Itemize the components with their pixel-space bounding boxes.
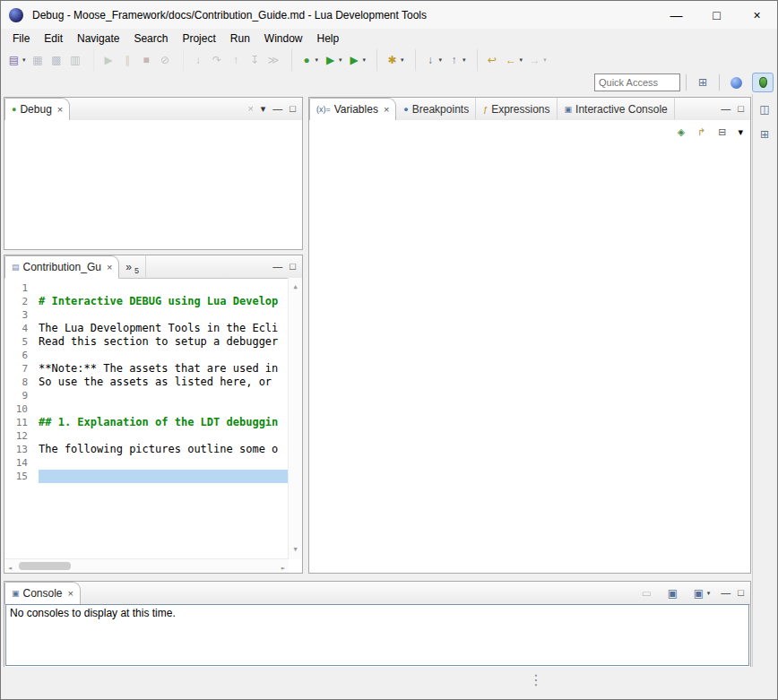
search-icon[interactable]: ✱ ▾ — [376, 48, 406, 72]
dropdown-arrow-icon[interactable]: ▾ — [543, 56, 547, 64]
close-tab-icon[interactable]: × — [107, 262, 112, 272]
menu-file[interactable]: File — [5, 30, 37, 47]
editor-line[interactable]: 11 ## 1. Explanation of the LDT debuggin — [4, 416, 289, 429]
line-number[interactable]: 1 — [4, 281, 39, 295]
layout-restore-icon[interactable]: ◫ — [756, 101, 773, 117]
tab-interactive-console[interactable]: ▣ Interactive Console — [558, 98, 675, 120]
close-tab-icon[interactable]: × — [57, 104, 63, 115]
editor-line[interactable]: 5 Read this section to setup a debugger — [4, 335, 289, 349]
line-number[interactable]: 6 — [4, 349, 39, 362]
editor-line[interactable]: 14 — [4, 456, 289, 470]
maximize-view-icon[interactable]: □ — [738, 588, 744, 598]
tab-debug[interactable]: ● Debug × — [4, 98, 70, 121]
external-tools-icon[interactable]: ▶ ▾ — [346, 48, 368, 72]
menu-help[interactable]: Help — [310, 30, 347, 47]
next-annotation-icon[interactable]: ↓ ▾ — [415, 48, 445, 72]
editor-line[interactable]: 2 # Interactive DEBUG using Lua Develop — [4, 295, 289, 308]
editor-overflow-tab[interactable]: » 5 — [119, 255, 146, 278]
line-number[interactable]: 7 — [4, 362, 39, 376]
menu-window[interactable]: Window — [257, 30, 310, 47]
minimize-button[interactable]: — — [656, 1, 696, 29]
show-logical-structures-icon[interactable]: ◈ — [674, 125, 687, 139]
back-icon[interactable]: ← ▾ — [503, 48, 525, 72]
scrollbar-thumb[interactable] — [19, 562, 71, 570]
line-number[interactable]: 2 — [4, 295, 39, 308]
editor-line[interactable]: 4 The Lua Development Tools in the Ecli — [4, 322, 289, 335]
dropdown-arrow-icon[interactable]: ▾ — [339, 56, 342, 64]
maximize-button[interactable]: □ — [696, 1, 737, 29]
minimize-view-icon[interactable]: — — [721, 588, 730, 598]
dropdown-arrow-icon[interactable]: ▾ — [462, 56, 466, 64]
editor-content[interactable]: 1 2 # Interactive DEBUG using Lua Develo… — [4, 278, 302, 573]
view-menu-icon[interactable]: ▾ — [738, 127, 743, 137]
use-step-filters-icon[interactable]: ≫ — [265, 48, 282, 72]
add-watch-expression-icon[interactable]: ↱ — [695, 125, 708, 139]
drag-handle-icon[interactable]: ⋮ — [529, 671, 543, 688]
save-all-icon[interactable]: ▩ — [48, 48, 65, 72]
scroll-down-icon[interactable]: ▼ — [289, 543, 302, 557]
open-perspective-button[interactable]: ⊞ — [692, 73, 713, 92]
dropdown-arrow-icon[interactable]: ▾ — [22, 56, 26, 64]
editor-line[interactable]: 6 — [4, 349, 289, 362]
line-number[interactable]: 13 — [4, 443, 39, 456]
minimize-view-icon[interactable]: — — [721, 104, 730, 114]
run-icon[interactable]: ▶ ▾ — [322, 48, 344, 72]
dropdown-arrow-icon[interactable]: ▾ — [520, 56, 523, 64]
print-icon[interactable]: ▥ — [67, 48, 84, 72]
menu-run[interactable]: Run — [223, 30, 257, 47]
maximize-view-icon[interactable]: □ — [290, 104, 296, 114]
line-number[interactable]: 12 — [4, 429, 39, 443]
remove-all-terminated-icon[interactable]: × — [247, 104, 253, 114]
editor-line[interactable]: 12 — [4, 429, 289, 443]
debug-icon[interactable]: ● ▾ — [291, 48, 321, 72]
line-number[interactable]: 14 — [4, 456, 39, 470]
scroll-up-icon[interactable]: ▲ — [289, 281, 302, 294]
editor-vertical-scrollbar[interactable]: ▲ ▼ — [288, 278, 302, 559]
tab-contribution-guide[interactable]: ▤ Contribution_Gu × — [4, 255, 119, 279]
menu-search[interactable]: Search — [126, 30, 175, 47]
editor-line[interactable]: 13 The following pictures outline some o — [4, 443, 289, 456]
line-number[interactable]: 8 — [4, 376, 39, 389]
dropdown-arrow-icon[interactable]: ▾ — [401, 56, 404, 64]
view-menu-icon[interactable]: ▾ — [261, 104, 266, 114]
close-tab-icon[interactable]: × — [384, 104, 389, 115]
editor-line[interactable]: 3 — [4, 308, 289, 322]
line-number[interactable]: 4 — [4, 322, 39, 335]
line-number[interactable]: 9 — [4, 389, 39, 402]
lua-perspective-button[interactable] — [725, 73, 747, 92]
save-icon[interactable]: ▦ — [30, 48, 47, 72]
editor-line[interactable]: 7 **Note:** The assets that are used in — [4, 362, 289, 376]
close-button[interactable]: × — [737, 1, 777, 29]
last-edit-location-icon[interactable]: ↩ — [477, 48, 501, 72]
dropdown-arrow-icon[interactable]: ▾ — [707, 590, 711, 597]
step-return-icon[interactable]: ↑ — [228, 48, 245, 72]
editor-horizontal-scrollbar[interactable]: ◄ ► — [4, 558, 289, 573]
line-number[interactable]: 15 — [4, 470, 39, 483]
layout-grid-icon[interactable]: ⊞ — [756, 126, 773, 143]
minimize-view-icon[interactable]: — — [272, 104, 282, 114]
step-into-icon[interactable]: ↓ — [183, 48, 207, 72]
variables-view-content[interactable]: ◈ ↱ ⊟ ▾ — [309, 120, 750, 573]
resume-icon[interactable]: ▶ — [93, 48, 117, 72]
menu-edit[interactable]: Edit — [37, 30, 70, 47]
close-tab-icon[interactable]: × — [68, 588, 73, 599]
editor-line[interactable]: 10 — [4, 402, 289, 416]
line-number[interactable]: 11 — [4, 416, 39, 429]
new-wizard-icon[interactable]: ▤ ▾ — [5, 48, 28, 72]
editor-line[interactable]: 15 — [4, 470, 289, 483]
menu-project[interactable]: Project — [175, 30, 222, 47]
previous-annotation-icon[interactable]: ↑ ▾ — [445, 48, 468, 72]
collapse-all-icon[interactable]: ⊟ — [715, 125, 729, 139]
terminate-icon[interactable]: ■ — [138, 48, 155, 72]
maximize-view-icon[interactable]: □ — [738, 104, 744, 114]
suspend-icon[interactable]: ∥ — [119, 48, 136, 72]
line-number[interactable]: 3 — [4, 308, 39, 322]
forward-icon[interactable]: → ▾ — [526, 48, 549, 72]
clear-console-icon[interactable]: ▭ — [638, 582, 655, 605]
step-over-icon[interactable]: ↷ — [209, 48, 226, 72]
debug-perspective-button[interactable] — [752, 73, 774, 92]
maximize-view-icon[interactable]: □ — [290, 262, 296, 272]
menu-navigate[interactable]: Navigate — [70, 30, 126, 47]
dropdown-arrow-icon[interactable]: ▾ — [439, 56, 443, 64]
dropdown-arrow-icon[interactable]: ▾ — [316, 56, 319, 64]
